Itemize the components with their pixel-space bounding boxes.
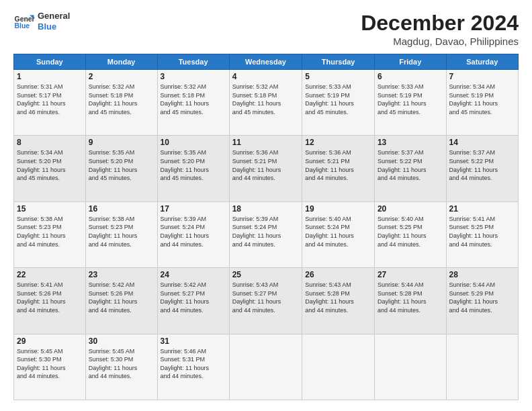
day-5: 5 Sunrise: 5:33 AMSunset: 5:19 PMDayligh… [302,70,375,136]
week-row-2: 8 Sunrise: 5:34 AMSunset: 5:20 PMDayligh… [14,136,519,201]
day-26: 26 Sunrise: 5:43 AMSunset: 5:28 PMDaylig… [302,268,375,334]
month-title: December 2024 [361,11,519,36]
day-11: 11 Sunrise: 5:36 AMSunset: 5:21 PMDaylig… [229,136,302,201]
location-title: Magdug, Davao, Philippines [361,36,519,47]
day-21: 21 Sunrise: 5:41 AMSunset: 5:25 PMDaylig… [446,201,518,267]
day-27: 27 Sunrise: 5:44 AMSunset: 5:28 PMDaylig… [374,268,446,334]
day-4: 4 Sunrise: 5:32 AMSunset: 5:18 PMDayligh… [229,70,302,136]
header-wednesday: Wednesday [229,54,302,70]
day-13: 13 Sunrise: 5:37 AMSunset: 5:22 PMDaylig… [374,136,446,201]
logo-text: General Blue [38,11,70,32]
empty-cell-4 [446,334,518,400]
day-8: 8 Sunrise: 5:34 AMSunset: 5:20 PMDayligh… [14,136,86,201]
day-23: 23 Sunrise: 5:42 AMSunset: 5:26 PMDaylig… [85,268,157,334]
svg-text:Blue: Blue [15,22,30,30]
header-friday: Friday [374,54,446,70]
day-31: 31 Sunrise: 5:46 AMSunset: 5:31 PMDaylig… [157,334,229,400]
header-thursday: Thursday [302,54,375,70]
day-2: 2 Sunrise: 5:32 AMSunset: 5:18 PMDayligh… [85,70,157,136]
day-29: 29 Sunrise: 5:45 AMSunset: 5:30 PMDaylig… [14,334,86,400]
week-row-5: 29 Sunrise: 5:45 AMSunset: 5:30 PMDaylig… [14,334,519,400]
empty-cell-2 [302,334,375,400]
day-12: 12 Sunrise: 5:36 AMSunset: 5:21 PMDaylig… [302,136,375,201]
day-25: 25 Sunrise: 5:43 AMSunset: 5:27 PMDaylig… [229,268,302,334]
header-monday: Monday [85,54,157,70]
day-6: 6 Sunrise: 5:33 AMSunset: 5:19 PMDayligh… [374,70,446,136]
header-saturday: Saturday [446,54,518,70]
logo-line1: General [38,11,70,21]
calendar-table: Sunday Monday Tuesday Wednesday Thursday… [13,54,519,400]
day-30: 30 Sunrise: 5:45 AMSunset: 5:30 PMDaylig… [85,334,157,400]
day-17: 17 Sunrise: 5:39 AMSunset: 5:24 PMDaylig… [157,201,229,267]
week-row-1: 1 Sunrise: 5:31 AMSunset: 5:17 PMDayligh… [14,70,519,136]
header-tuesday: Tuesday [157,54,229,70]
generalblue-logo-icon: General Blue [13,11,35,32]
logo: General Blue General Blue [13,11,70,32]
day-15: 15 Sunrise: 5:38 AMSunset: 5:23 PMDaylig… [14,201,86,267]
header: General Blue General Blue December 2024 … [13,11,519,47]
empty-cell-1 [229,334,302,400]
day-16: 16 Sunrise: 5:38 AMSunset: 5:23 PMDaylig… [85,201,157,267]
weekday-header-row: Sunday Monday Tuesday Wednesday Thursday… [14,54,519,70]
day-10: 10 Sunrise: 5:35 AMSunset: 5:20 PMDaylig… [157,136,229,201]
day-18: 18 Sunrise: 5:39 AMSunset: 5:24 PMDaylig… [229,201,302,267]
day-24: 24 Sunrise: 5:42 AMSunset: 5:27 PMDaylig… [157,268,229,334]
week-row-3: 15 Sunrise: 5:38 AMSunset: 5:23 PMDaylig… [14,201,519,267]
day-22: 22 Sunrise: 5:41 AMSunset: 5:26 PMDaylig… [14,268,86,334]
day-19: 19 Sunrise: 5:40 AMSunset: 5:24 PMDaylig… [302,201,375,267]
day-7: 7 Sunrise: 5:34 AMSunset: 5:19 PMDayligh… [446,70,518,136]
day-20: 20 Sunrise: 5:40 AMSunset: 5:25 PMDaylig… [374,201,446,267]
logo-line2: Blue [38,21,70,32]
day-3: 3 Sunrise: 5:32 AMSunset: 5:18 PMDayligh… [157,70,229,136]
empty-cell-3 [374,334,446,400]
day-28: 28 Sunrise: 5:44 AMSunset: 5:29 PMDaylig… [446,268,518,334]
title-block: December 2024 Magdug, Davao, Philippines [361,11,519,47]
day-14: 14 Sunrise: 5:37 AMSunset: 5:22 PMDaylig… [446,136,518,201]
day-9: 9 Sunrise: 5:35 AMSunset: 5:20 PMDayligh… [85,136,157,201]
page: General Blue General Blue December 2024 … [0,0,532,411]
day-1: 1 Sunrise: 5:31 AMSunset: 5:17 PMDayligh… [14,70,86,136]
header-sunday: Sunday [14,54,86,70]
week-row-4: 22 Sunrise: 5:41 AMSunset: 5:26 PMDaylig… [14,268,519,334]
